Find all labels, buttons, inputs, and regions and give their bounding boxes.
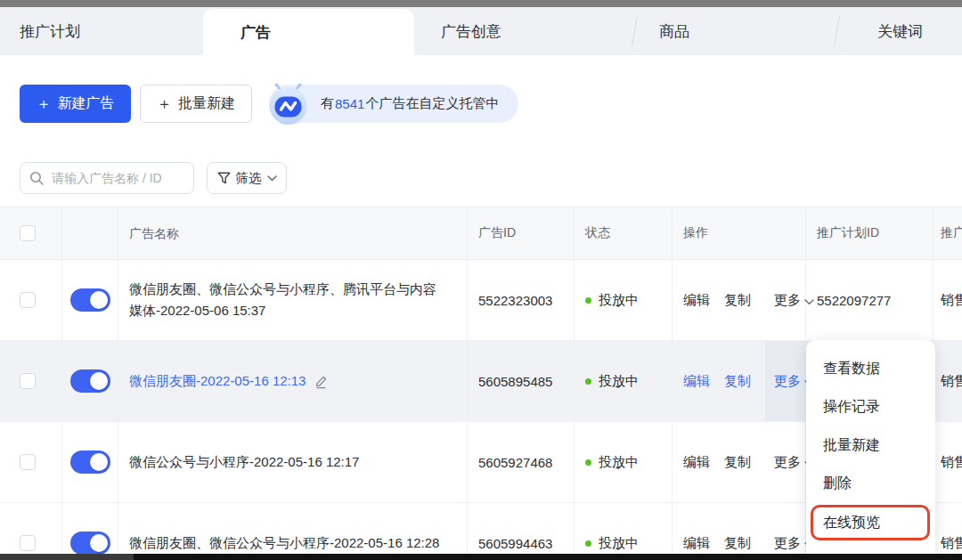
ad-id: 5605994463 — [468, 503, 575, 560]
table-header-row: 广告名称 广告ID 状态 操作 推广计划ID 推广 — [0, 207, 962, 260]
tab-keywords[interactable]: 关键词 — [837, 7, 962, 55]
edit-link[interactable]: 编辑 — [683, 373, 710, 390]
table-row: 微信朋友圈、微信公众号与小程序、腾讯平台与内容媒体-2022-05-06 15:… — [0, 260, 962, 341]
status-dot-icon — [585, 378, 591, 385]
plan-name: 销售 — [933, 503, 962, 560]
plan-id: 5522097277 — [806, 260, 933, 340]
header-status: 状态 — [575, 207, 673, 259]
ad-enabled-toggle[interactable] — [70, 288, 110, 312]
row-checkbox[interactable] — [20, 292, 36, 308]
row-checkbox[interactable] — [20, 454, 36, 470]
ad-enabled-toggle[interactable] — [70, 369, 110, 393]
horizontal-scrollbar — [0, 554, 962, 560]
status-label: 投放中 — [599, 454, 639, 471]
more-label: 更多 — [774, 373, 801, 390]
more-label: 更多 — [774, 454, 801, 471]
filter-label: 筛选 — [236, 170, 262, 187]
ad-name: 微信公众号与小程序-2022-05-16 12:17 — [129, 451, 359, 473]
ad-enabled-toggle[interactable] — [70, 450, 110, 474]
edit-pencil-icon[interactable] — [314, 374, 329, 389]
tab-label: 推广计划 — [0, 21, 80, 42]
plus-icon: ＋ — [157, 96, 172, 111]
chevron-down-icon — [267, 175, 277, 182]
more-label: 更多 — [774, 535, 801, 552]
status-label: 投放中 — [599, 535, 639, 552]
more-label: 更多 — [774, 292, 801, 309]
header-toggle-column — [62, 207, 118, 259]
header-plan-id: 推广计划ID — [806, 207, 933, 259]
tab-promotion-plan[interactable]: 推广计划 — [0, 7, 203, 55]
header-ad-name: 广告名称 — [118, 207, 468, 259]
menu-item-batch-create[interactable]: 批量新建 — [806, 426, 935, 465]
menu-item-delete[interactable]: 删除 — [806, 465, 935, 503]
ad-id: 5522323003 — [468, 260, 575, 340]
search-input[interactable] — [52, 171, 184, 185]
batch-create-button[interactable]: ＋ 批量新建 — [140, 85, 252, 123]
ad-name: 微信朋友圈、微信公众号与小程序-2022-05-16 12:28 — [129, 532, 439, 554]
ad-search-box — [20, 162, 194, 194]
search-icon — [29, 171, 45, 186]
ad-name: 微信朋友圈、微信公众号与小程序、腾讯平台与内容媒体-2022-05-06 15:… — [129, 279, 445, 321]
tab-ad-creative[interactable]: 广告创意 — [414, 7, 635, 55]
new-ad-label: 新建广告 — [58, 94, 115, 113]
tab-label: 商品 — [635, 21, 689, 42]
edit-link[interactable]: 编辑 — [683, 535, 710, 552]
plan-name: 销售 — [933, 260, 962, 340]
ad-name-link[interactable]: 微信朋友圈-2022-05-16 12:13 — [129, 370, 306, 392]
status-label: 投放中 — [599, 373, 639, 390]
menu-item-operation-log[interactable]: 操作记录 — [806, 388, 935, 426]
menu-item-view-data[interactable]: 查看数据 — [806, 350, 935, 388]
hosting-count: 8541 — [335, 96, 364, 111]
header-operations: 操作 — [673, 207, 806, 259]
ad-enabled-toggle[interactable] — [70, 532, 110, 555]
more-actions-menu: 查看数据 操作记录 批量新建 删除 在线预览 — [806, 340, 935, 560]
assistant-robot-icon — [266, 82, 310, 128]
tab-bar: 推广计划 广告 广告创意 商品 关键词 — [0, 7, 962, 55]
status-dot-icon — [585, 540, 591, 547]
status-dot-icon — [585, 297, 591, 304]
hosting-notice-pill[interactable]: 有 8541 个广告在自定义托管中 — [269, 85, 518, 123]
tab-label: 关键词 — [837, 21, 923, 42]
tab-label: 广告 — [203, 22, 271, 43]
edit-link[interactable]: 编辑 — [683, 454, 710, 471]
header-ad-id: 广告ID — [468, 207, 575, 259]
plan-name: 销售 — [933, 341, 962, 421]
hosting-notice-prefix: 有 — [321, 95, 334, 112]
horizontal-scrollbar-thumb[interactable] — [134, 554, 962, 560]
ad-id: 5605895485 — [468, 341, 575, 421]
plus-icon: ＋ — [37, 96, 52, 111]
status-dot-icon — [585, 459, 591, 466]
copy-link[interactable]: 复制 — [724, 454, 751, 471]
copy-link[interactable]: 复制 — [724, 292, 751, 309]
copy-link[interactable]: 复制 — [724, 373, 751, 390]
menu-item-online-preview-highlighted[interactable]: 在线预览 — [811, 505, 930, 540]
tab-products[interactable]: 商品 — [635, 7, 837, 55]
ad-id: 5605927468 — [468, 422, 575, 502]
copy-link[interactable]: 复制 — [724, 535, 751, 552]
status-label: 投放中 — [599, 292, 639, 309]
batch-create-label: 批量新建 — [178, 94, 235, 113]
plan-name: 销售 — [933, 422, 962, 502]
row-checkbox[interactable] — [20, 373, 36, 389]
tab-label: 广告创意 — [414, 21, 501, 42]
edit-link[interactable]: 编辑 — [683, 292, 710, 309]
new-ad-button[interactable]: ＋ 新建广告 — [20, 85, 131, 123]
row-checkbox[interactable] — [20, 535, 36, 551]
ad-manager-screen: 推广计划 广告 广告创意 商品 关键词 ＋ 新建广告 ＋ 批量新建 — [0, 0, 962, 560]
filter-button[interactable]: 筛选 — [207, 162, 287, 194]
window-top-strip — [0, 0, 962, 7]
funnel-icon — [217, 172, 231, 184]
header-plan-name: 推广 — [933, 207, 962, 259]
tab-ads[interactable]: 广告 — [203, 9, 414, 55]
select-all-checkbox[interactable] — [20, 225, 36, 241]
hosting-notice-suffix: 个广告在自定义托管中 — [365, 95, 499, 112]
